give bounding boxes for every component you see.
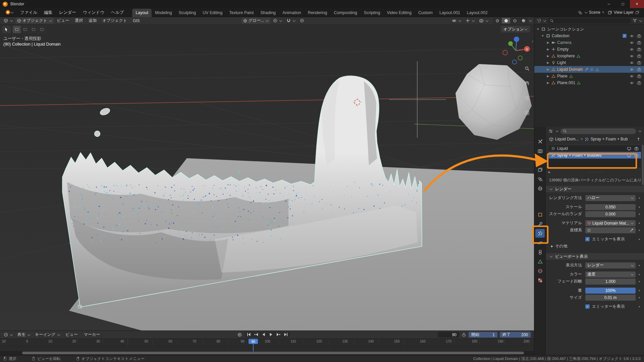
animate-dot[interactable] <box>636 239 643 240</box>
disclosure-icon[interactable]: ▶ <box>546 61 550 64</box>
disable-in-render-icon[interactable] <box>637 61 641 65</box>
hide-in-viewport-icon[interactable] <box>630 41 634 45</box>
outliner-row-light[interactable]: ▶ Light <box>534 59 644 66</box>
disable-in-render-icon[interactable] <box>634 153 639 158</box>
tab-object[interactable] <box>535 210 545 219</box>
fade-distance-field[interactable]: 1.000 <box>585 279 636 285</box>
proportional-edit-button[interactable] <box>298 18 306 23</box>
timeline-ruler[interactable]: 100 1020 3040 5060 7080 90100 110120 130… <box>0 339 534 346</box>
filter-icon[interactable] <box>633 18 637 23</box>
hide-in-viewport-icon[interactable] <box>630 47 634 52</box>
scale-random-field[interactable]: 0.000 <box>585 211 636 217</box>
sidebar-toggle[interactable]: ‹ <box>532 39 533 44</box>
properties-editor-icon[interactable] <box>548 129 553 133</box>
gizmo-z-axis[interactable] <box>514 37 519 42</box>
gizmo-neg-z-axis[interactable] <box>513 60 517 64</box>
animate-dot[interactable] <box>636 214 643 215</box>
size-field[interactable]: 0.01 m <box>585 295 636 301</box>
disable-in-render-icon[interactable] <box>637 81 641 85</box>
previous-keyframe-button[interactable] <box>253 332 260 337</box>
collection-checkbox[interactable]: ✓ <box>623 34 627 38</box>
disclosure-icon[interactable]: ▶ <box>546 81 550 84</box>
disable-in-render-icon[interactable] <box>637 54 641 58</box>
disable-in-render-icon[interactable] <box>637 41 641 45</box>
gizmo-y-axis[interactable] <box>508 41 513 46</box>
select-mode-intersect-button[interactable] <box>38 26 46 33</box>
tab-view-layer[interactable] <box>535 165 545 174</box>
show-emitter-checkbox[interactable]: ✓ <box>585 237 590 241</box>
menu-window[interactable]: ウィンドウ <box>80 8 107 17</box>
disable-in-viewport-icon[interactable] <box>627 146 631 151</box>
amount-slider[interactable]: 100% <box>585 288 636 294</box>
display-as-dropdown[interactable]: レンダー <box>585 262 636 268</box>
stopwatch-icon[interactable] <box>462 333 466 337</box>
animate-dot[interactable] <box>636 230 643 231</box>
tab-texture[interactable] <box>535 276 545 285</box>
shading-solid-button[interactable] <box>502 18 510 23</box>
animate-dot[interactable] <box>636 265 643 266</box>
show-overlays-dropdown[interactable] <box>477 18 490 23</box>
view-layer-selector[interactable]: View Layer <box>608 10 639 15</box>
shading-material-button[interactable] <box>511 18 519 23</box>
breadcrumb-object[interactable]: Liquid Dom... <box>555 137 579 141</box>
tab-animation[interactable]: Animation <box>279 9 305 17</box>
auto-keyframe-button[interactable] <box>236 332 243 337</box>
animate-dot[interactable] <box>636 274 643 275</box>
select-mode-subtract-button[interactable] <box>30 26 38 33</box>
disable-in-viewport-icon[interactable] <box>627 153 631 158</box>
animate-dot[interactable] <box>636 281 643 282</box>
outliner-search-input[interactable] <box>548 18 631 23</box>
maximize-button[interactable]: □ <box>616 0 630 8</box>
properties-scrollbar[interactable] <box>642 145 644 185</box>
play-reverse-button[interactable] <box>260 332 267 337</box>
tab-material[interactable] <box>535 266 545 275</box>
tab-render[interactable] <box>535 146 545 155</box>
tab-scene[interactable] <box>535 175 545 183</box>
menu-help[interactable]: ヘルプ <box>108 8 127 17</box>
show-emitter-checkbox[interactable]: ✓ <box>585 304 590 309</box>
tab-constraints[interactable] <box>535 248 545 256</box>
select-tool-button[interactable] <box>2 26 11 33</box>
disclosure-icon[interactable]: ▶ <box>546 48 550 51</box>
tool-options-dropdown[interactable]: オプション <box>501 26 530 33</box>
blender-menu-button[interactable] <box>3 9 16 16</box>
disclosure-icon[interactable]: ▶ <box>546 74 550 78</box>
animate-dot[interactable] <box>636 306 643 307</box>
gizmo-neg-x-axis[interactable] <box>503 50 507 55</box>
render-section-header[interactable]: レンダー <box>546 185 644 193</box>
tab-layout-001[interactable]: Layout.001 <box>436 9 464 17</box>
outliner-row-scene-collection[interactable]: ▼ シーンコレクション <box>534 26 644 33</box>
tab-video-editing[interactable]: Video Editing <box>383 9 415 17</box>
keying-menu[interactable]: キーイング <box>33 331 62 338</box>
menu-select[interactable]: 選択 <box>72 17 85 24</box>
more-subpanel[interactable]: ▸ その他 <box>546 243 644 249</box>
select-mode-new-button[interactable] <box>13 26 21 33</box>
snap-dropdown[interactable] <box>285 18 297 23</box>
outliner-row-plane[interactable]: ▶ Plane <box>534 73 644 79</box>
tab-layout[interactable]: Layout <box>132 9 152 17</box>
shading-wireframe-button[interactable] <box>493 18 501 23</box>
outliner-row-camera[interactable]: ▶ Camera <box>534 39 644 46</box>
pin-icon[interactable] <box>636 137 641 141</box>
play-button[interactable] <box>268 332 274 337</box>
hide-in-viewport-icon[interactable] <box>630 61 634 65</box>
color-dropdown[interactable]: 速度 <box>585 272 636 278</box>
disclosure-icon[interactable]: ▶ <box>546 54 550 58</box>
outliner-row-plane-001[interactable]: ▶ Plane.001 <box>534 79 644 86</box>
tab-uv-editing[interactable]: UV Editing <box>199 9 226 17</box>
hide-in-viewport-icon[interactable] <box>630 67 634 72</box>
close-button[interactable]: × <box>630 0 644 8</box>
mode-dropdown[interactable]: オブジェクト <box>15 17 54 24</box>
hide-in-viewport-icon[interactable] <box>630 54 634 58</box>
render-as-dropdown[interactable]: ハロー <box>585 195 636 201</box>
end-frame-field[interactable]: 終了 200 <box>500 332 531 338</box>
unlink-scene-icon[interactable]: × <box>602 10 604 15</box>
menu-add[interactable]: 追加 <box>86 17 99 24</box>
tab-modeling[interactable]: Modeling <box>152 9 175 17</box>
tab-world[interactable] <box>535 184 545 193</box>
hide-in-viewport-icon[interactable] <box>630 74 634 78</box>
3d-viewport[interactable]: X <box>0 24 534 330</box>
tab-rendering[interactable]: Rendering <box>305 9 331 17</box>
object-visibility-dropdown[interactable] <box>450 18 463 23</box>
timeline-editor-type-button[interactable] <box>2 332 14 337</box>
